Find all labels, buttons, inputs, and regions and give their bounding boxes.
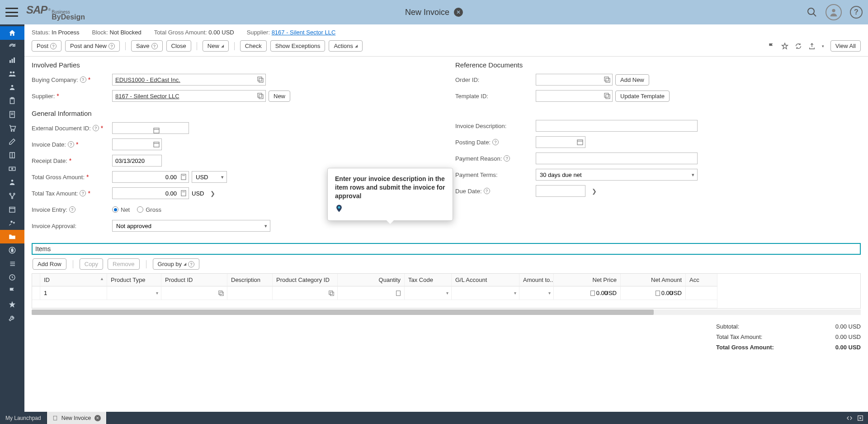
tab-launchpad[interactable]: My Launchpad [0, 412, 47, 424]
value-help-icon[interactable] [604, 92, 611, 100]
hamburger-icon[interactable] [5, 8, 18, 17]
supplier-input[interactable] [112, 90, 266, 102]
col-product-type[interactable]: Product Type [107, 274, 161, 286]
value-help-icon[interactable] [218, 290, 224, 296]
sidebar-wrench-icon[interactable] [0, 311, 24, 325]
sidebar-money-icon[interactable] [0, 162, 24, 176]
cell-id[interactable]: 1 [40, 286, 107, 300]
update-template-button[interactable]: Update Template [615, 91, 670, 102]
col-acc[interactable]: Acc [686, 274, 717, 286]
scrollbar-thumb[interactable] [32, 310, 654, 315]
radio-gross[interactable]: Gross [137, 206, 161, 213]
tab-new-invoice[interactable]: New Invoice ✕ [47, 412, 107, 424]
search-icon[interactable] [807, 7, 817, 18]
col-gl-account[interactable]: G/L Account [452, 274, 519, 286]
value-help-icon[interactable] [328, 290, 335, 296]
cell-net-price[interactable]: 0.00USD [554, 286, 621, 300]
show-exceptions-button[interactable]: Show Exceptions [270, 40, 326, 52]
cell-description[interactable] [227, 286, 273, 300]
collapse-icon[interactable] [846, 415, 853, 421]
sidebar-clock-icon[interactable] [0, 271, 24, 284]
payment-reason-input[interactable] [536, 152, 698, 164]
value-help-icon[interactable] [257, 92, 264, 100]
calculator-icon[interactable] [655, 290, 661, 296]
col-product-id[interactable]: Product ID [161, 274, 227, 286]
sidebar-cart-icon[interactable] [0, 121, 24, 135]
help-icon[interactable]: ? [850, 6, 863, 19]
group-by-button[interactable]: Group by◢? [153, 258, 199, 270]
sidebar-document-icon[interactable] [0, 108, 24, 121]
sidebar-user-icon[interactable] [0, 81, 24, 94]
close-page-icon[interactable]: ✕ [454, 8, 463, 17]
sidebar-calendar-icon[interactable] [0, 203, 24, 216]
expand-arrow-icon[interactable]: ❯ [592, 188, 597, 195]
remove-button[interactable]: Remove [108, 258, 139, 270]
sidebar-folder-icon[interactable] [0, 230, 24, 243]
chevron-down-icon[interactable]: ▾ [548, 291, 551, 295]
refresh-action-icon[interactable] [795, 43, 802, 50]
horizontal-scrollbar[interactable] [32, 310, 861, 315]
sidebar-flag-icon[interactable] [0, 284, 24, 298]
close-button[interactable]: Close [166, 40, 191, 52]
currency-select[interactable]: USD [192, 171, 227, 183]
cell-quantity[interactable] [338, 286, 405, 300]
col-id[interactable]: ID [44, 276, 50, 283]
external-doc-input[interactable] [112, 122, 189, 134]
calculator-icon[interactable] [590, 290, 596, 296]
copy-button[interactable]: Copy [80, 258, 103, 270]
sidebar-list-icon[interactable] [0, 257, 24, 271]
sidebar-dollar-icon[interactable]: $ [0, 243, 24, 257]
col-net-amount[interactable]: Net Amount [621, 274, 686, 286]
col-net-price[interactable]: Net Price [554, 274, 621, 286]
total-gross-input[interactable] [112, 171, 189, 183]
row-selector[interactable] [32, 286, 40, 300]
add-row-button[interactable]: Add Row [33, 258, 66, 270]
calendar-icon[interactable] [576, 138, 584, 146]
calculator-icon[interactable] [180, 173, 187, 181]
cell-gl-account[interactable]: ▾ [452, 286, 519, 300]
actions-button[interactable]: Actions◢ [329, 40, 363, 52]
close-tab-icon[interactable]: ✕ [94, 415, 101, 421]
avatar[interactable] [826, 4, 842, 20]
star-action-icon[interactable] [781, 43, 788, 50]
buying-company-input[interactable] [112, 74, 266, 86]
calculator-icon[interactable] [180, 190, 187, 197]
total-tax-input[interactable] [112, 187, 189, 199]
view-all-button[interactable]: View All [830, 40, 861, 52]
value-help-icon[interactable] [257, 76, 264, 83]
sidebar-book-icon[interactable] [0, 148, 24, 162]
invoice-desc-input[interactable] [536, 120, 698, 132]
sidebar-home-icon[interactable] [0, 26, 24, 40]
chevron-down-icon[interactable]: ▾ [156, 291, 158, 295]
col-product-category[interactable]: Product Category ID [273, 274, 338, 286]
col-amount-to[interactable]: Amount to... [519, 274, 554, 286]
export-action-icon[interactable] [808, 43, 816, 50]
cell-acc[interactable] [686, 286, 717, 300]
expand-icon[interactable] [857, 415, 863, 421]
calendar-icon[interactable] [153, 157, 160, 164]
order-id-input[interactable] [536, 74, 613, 86]
check-button[interactable]: Check [240, 40, 267, 52]
due-date-input[interactable] [536, 185, 585, 197]
sidebar-chart-icon[interactable] [0, 53, 24, 67]
sidebar-network-icon[interactable] [0, 189, 24, 203]
template-id-input[interactable] [536, 90, 613, 102]
col-quantity[interactable]: Quantity [338, 274, 405, 286]
radio-net[interactable]: Net [112, 206, 130, 213]
cell-product-type[interactable]: ▾ [107, 286, 161, 300]
col-description[interactable]: Description [227, 274, 273, 286]
sort-icon[interactable]: ▲ [100, 276, 104, 281]
col-tax-code[interactable]: Tax Code [405, 274, 452, 286]
cell-product-category[interactable] [273, 286, 338, 300]
sidebar-clipboard-icon[interactable] [0, 94, 24, 108]
add-new-button[interactable]: Add New [615, 74, 649, 86]
cell-tax-code[interactable]: ▾ [405, 286, 452, 300]
expand-arrow-icon[interactable]: ❯ [210, 190, 215, 197]
sidebar-adduser-icon[interactable] [0, 216, 24, 230]
cell-product-id[interactable] [161, 286, 227, 300]
sidebar-edit-icon[interactable] [0, 135, 24, 148]
sidebar-people-icon[interactable] [0, 67, 24, 81]
sidebar-support-icon[interactable] [0, 176, 24, 189]
payment-terms-select[interactable]: 30 days due net [536, 169, 698, 181]
cell-net-amount[interactable]: 0.00USD [621, 286, 686, 300]
